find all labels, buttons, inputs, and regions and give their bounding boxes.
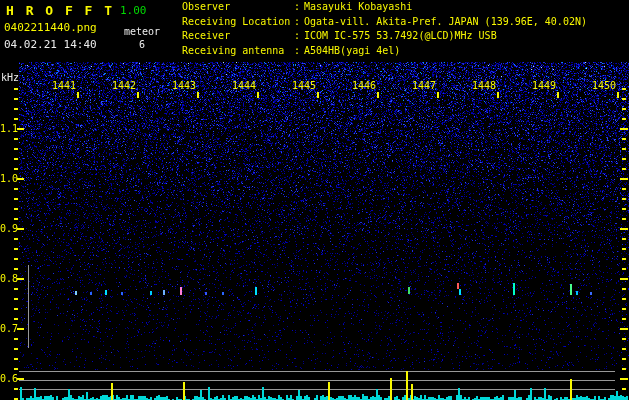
freq-tick-label: 1.1: [0, 123, 16, 134]
station-info-value: Ogata-vill. Akita-Pref. JAPAN (139.96E, …: [304, 17, 587, 27]
freq-axis-unit-label: kHz: [1, 73, 19, 83]
app-title: H R O F F T: [6, 4, 114, 17]
capture-datetime: 04.02.21 14:40: [4, 39, 97, 50]
station-info-colon: :: [294, 46, 304, 56]
station-info-label: Receiver: [182, 31, 294, 41]
mode-label: meteor: [124, 27, 160, 37]
freq-tick-label: 1.0: [0, 173, 16, 184]
station-info-colon: :: [294, 2, 304, 12]
time-tick-label: 1443: [168, 80, 196, 91]
station-info-label: Receiving antenna: [182, 46, 294, 56]
output-filename: 0402211440.png: [4, 22, 97, 33]
freq-tick-label: 0.7: [0, 323, 16, 334]
time-tick-label: 1448: [468, 80, 496, 91]
station-info-row: Observer:Masayuki Kobayashi: [182, 2, 587, 17]
app-version: 1.00: [120, 5, 147, 16]
station-info-row: Receiving antenna:A504HB(yagi 4el): [182, 46, 587, 61]
time-tick-label: 1450: [588, 80, 616, 91]
time-tick-label: 1442: [108, 80, 136, 91]
station-info-value: ICOM IC-575 53.7492(@LCD)MHz USB: [304, 31, 497, 41]
station-info-block: Observer:Masayuki KobayashiReceiving Loc…: [182, 2, 587, 60]
station-info-label: Receiving Location: [182, 17, 294, 27]
freq-tick-label: 0.9: [0, 223, 16, 234]
time-tick-label: 1445: [288, 80, 316, 91]
time-tick-label: 1444: [228, 80, 256, 91]
meteor-count: 6: [139, 40, 145, 50]
station-info-label: Observer: [182, 2, 294, 12]
station-info-row: Receiver:ICOM IC-575 53.7492(@LCD)MHz US…: [182, 31, 587, 46]
time-tick-label: 1441: [48, 80, 76, 91]
time-tick-label: 1446: [348, 80, 376, 91]
station-info-value: Masayuki Kobayashi: [304, 2, 412, 12]
freq-tick-label: 0.6: [0, 373, 16, 384]
station-info-value: A504HB(yagi 4el): [304, 46, 400, 56]
freq-tick-label: 0.8: [0, 273, 16, 284]
time-tick-label: 1449: [528, 80, 556, 91]
time-tick-label: 1447: [408, 80, 436, 91]
hrofft-screen: H R O F F T 1.00 0402211440.png 04.02.21…: [0, 0, 629, 400]
station-info-colon: :: [294, 31, 304, 41]
station-info-colon: :: [294, 17, 304, 27]
station-info-row: Receiving Location:Ogata-vill. Akita-Pre…: [182, 17, 587, 32]
